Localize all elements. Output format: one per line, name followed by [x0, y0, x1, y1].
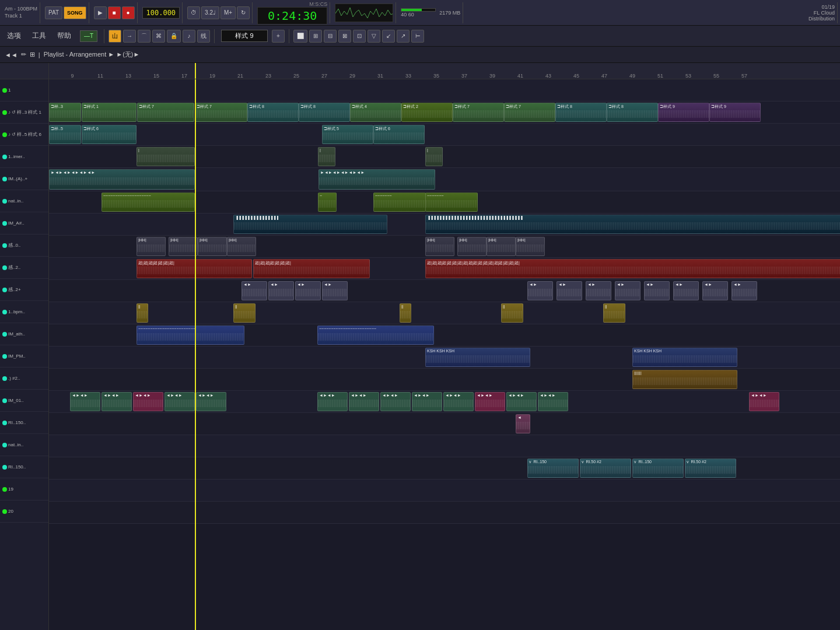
func4-btn[interactable]: ⊢: [411, 30, 424, 43]
clip-r6-1[interactable]: ~~~~~~~~~~~~~~~~~~~~: [102, 192, 195, 212]
mixer-btn[interactable]: M+: [220, 6, 236, 19]
clip-r15-12[interactable]: ◄►◄►: [506, 392, 537, 411]
clip-r11-2[interactable]: ||: [233, 303, 256, 323]
tool-line-btn[interactable]: 线: [197, 30, 210, 43]
clip-r2-9[interactable]: ⊐样式 7: [453, 103, 504, 122]
nav-grid-icon[interactable]: ⊞: [30, 51, 35, 58]
metronome-button[interactable]: ⏱: [187, 6, 200, 19]
clip-r13-1[interactable]: KSH KSH KSH: [425, 348, 530, 367]
tool-link-btn[interactable]: ⌘: [152, 30, 165, 43]
clip-r10-4[interactable]: ◄►: [322, 281, 348, 300]
tool-arrow-btn[interactable]: →: [123, 30, 136, 43]
clip-r5-1[interactable]: ►◄►◄►◄►◄►◄►: [49, 169, 195, 190]
clip-r10-9[interactable]: ◄►: [644, 281, 670, 300]
loop-btn[interactable]: ↻: [237, 6, 250, 19]
clip-r15-4[interactable]: ◄►◄►: [164, 392, 195, 411]
nav-tools-icon[interactable]: ✏: [21, 51, 26, 58]
clip-r6-4[interactable]: ~~~~~~~: [425, 192, 478, 212]
clip-r14-1[interactable]: |||||||: [632, 370, 737, 389]
clip-r12-2[interactable]: ~~~~~~~~~~~~~~~~~~~~~~~~: [317, 326, 434, 345]
clip-r9-2[interactable]: 超|超|超|超|超|超|超|: [253, 259, 370, 278]
clip-r7-2[interactable]: ▐▐▐▐▐▐▐▐▐▐▐▐▐▐▐▐▐▐▐▐▐▐▐▐▐▐▐▐▐▐▐▐▐: [425, 215, 840, 234]
song-button[interactable]: SONG: [64, 6, 86, 19]
clip-r8-1[interactable]: |HH|: [136, 237, 166, 256]
clip-r3-3[interactable]: ⊐样式 5: [322, 125, 373, 144]
clip-r2-10[interactable]: ⊐样式 7: [504, 103, 555, 122]
clip-r3-2[interactable]: ⊐样式 6: [82, 125, 136, 144]
clip-r15-11[interactable]: ◄►◄►: [475, 392, 505, 411]
clip-r2-5[interactable]: ⊐样式 8: [247, 103, 299, 122]
clip-r16-1[interactable]: ◄: [516, 414, 530, 433]
bpm-display[interactable]: 100.000: [142, 7, 180, 19]
clip-r2-14[interactable]: ⊐样式 9: [709, 103, 761, 122]
clip-r2-3[interactable]: ⊐样式 7: [137, 103, 194, 122]
pattern-selector[interactable]: 样式 9: [221, 30, 268, 42]
clip-r10-10[interactable]: ◄►: [673, 281, 699, 300]
func3-btn[interactable]: ↗: [397, 30, 410, 43]
grid-btn[interactable]: ⊟: [324, 30, 337, 43]
clip-r15-9[interactable]: ◄►◄►: [412, 392, 442, 411]
filter-btn[interactable]: ▽: [368, 30, 380, 43]
clip-r10-3[interactable]: ◄►: [295, 281, 321, 300]
clip-r15-13[interactable]: ◄►◄►: [538, 392, 568, 411]
clip-r2-13[interactable]: ⊐样式 9: [658, 103, 709, 122]
clip-r5-2[interactable]: ►◄►◄►◄►◄►◄►: [318, 169, 435, 190]
clip-r15-10[interactable]: ◄►◄►: [443, 392, 474, 411]
clip-r15-3[interactable]: ◄►◄►: [133, 392, 163, 411]
clip-r4-2[interactable]: |: [318, 147, 335, 166]
clip-r11-1[interactable]: ||: [136, 303, 148, 323]
clip-r11-4[interactable]: ||: [501, 303, 523, 323]
menu-options[interactable]: 选项: [2, 29, 26, 43]
clip-r3-4[interactable]: ⊐样式 6: [373, 125, 425, 144]
clip-r15-6[interactable]: ◄►◄►: [317, 392, 348, 411]
clip-r2-2[interactable]: ⊐样式 1: [82, 103, 136, 122]
nav-back-icon[interactable]: ◄◄: [5, 51, 18, 58]
save-btn[interactable]: ⬜: [293, 30, 307, 43]
tool-curve-btn[interactable]: ⌒: [138, 30, 150, 43]
clip-r11-3[interactable]: ||: [400, 303, 411, 323]
clip-r15-14[interactable]: ◄►◄►: [749, 392, 779, 411]
clip-r10-1[interactable]: ◄►: [242, 281, 267, 300]
clip-r8-4[interactable]: |HH|: [227, 237, 256, 256]
clip-r2-6[interactable]: ⊐样式 8: [299, 103, 350, 122]
clip-r6-2[interactable]: ~: [318, 192, 337, 212]
clip-r2-8[interactable]: ⊐样式 2: [401, 103, 453, 122]
func2-btn[interactable]: ↙: [382, 30, 395, 43]
clip-r15-8[interactable]: ◄►◄►: [380, 392, 411, 411]
arrangement-area[interactable]: 9 11 13 15 17 19 21 23 25 27 29 31 33 35…: [49, 63, 840, 630]
clip-r10-5[interactable]: ◄►: [527, 281, 553, 300]
clip-r10-12[interactable]: ◄►: [732, 281, 757, 300]
menu-tools[interactable]: 工具: [27, 29, 51, 43]
clip-r10-11[interactable]: ◄►: [702, 281, 728, 300]
clip-r6-3[interactable]: ~~~~~~~: [373, 192, 426, 212]
clip-r8-6[interactable]: |HH|: [457, 237, 487, 256]
tool-mute-btn[interactable]: 🔒: [167, 30, 181, 43]
pat-button[interactable]: PAT: [45, 6, 62, 19]
clip-r8-2[interactable]: |HH|: [169, 237, 198, 256]
clip-r18-1[interactable]: v_RI..150: [527, 459, 579, 478]
menu-help[interactable]: 帮助: [52, 29, 76, 43]
clip-r15-2[interactable]: ◄►◄►: [102, 392, 132, 411]
clip-r8-7[interactable]: |HH|: [487, 237, 516, 256]
clip-r10-7[interactable]: ◄►: [586, 281, 611, 300]
clip-r4-3[interactable]: |: [425, 147, 443, 166]
clip-r8-5[interactable]: |HH|: [425, 237, 454, 256]
snap-btn[interactable]: ⊠: [338, 30, 351, 43]
clip-r18-4[interactable]: v_RI.50 #2: [685, 459, 736, 478]
stop-button[interactable]: ■: [108, 6, 121, 19]
clip-r8-3[interactable]: |HH|: [198, 237, 227, 256]
clip-r4-1[interactable]: |: [136, 147, 195, 166]
clip-r15-5[interactable]: ◄►◄►: [196, 392, 226, 411]
record-button[interactable]: ●: [122, 6, 135, 19]
clip-r15-1[interactable]: ◄►◄►: [70, 392, 100, 411]
tool-draw-btn[interactable]: 山: [108, 30, 121, 43]
clip-r15-7[interactable]: ◄►◄►: [349, 392, 379, 411]
clip-r2-12[interactable]: ⊐样式 8: [607, 103, 658, 122]
clip-r3-1[interactable]: ⊐样..5: [49, 125, 81, 144]
clip-r10-8[interactable]: ◄►: [615, 281, 640, 300]
pattern-num-btn[interactable]: 3.2♩: [201, 6, 219, 19]
clip-r12-1[interactable]: ~~~~~~~~~~~~~~~~~~~~~~~~: [136, 326, 244, 345]
clip-r8-8[interactable]: |HH|: [516, 237, 545, 256]
clip-r10-2[interactable]: ◄►: [268, 281, 294, 300]
func1-btn[interactable]: ⊡: [353, 30, 366, 43]
